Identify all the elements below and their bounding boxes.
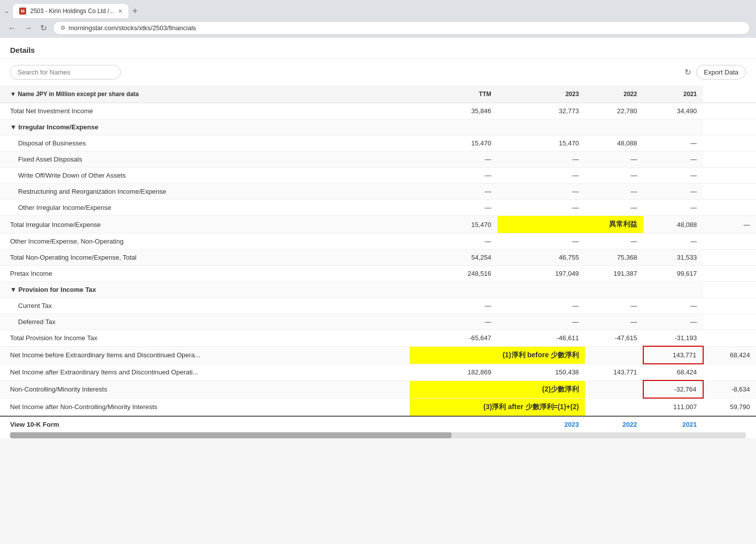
table-row: ▼ Provision for Income Tax — [0, 282, 756, 298]
row-label: Non-Controlling/Minority Interests — [0, 380, 410, 398]
row-label: Write Off/Write Down of Other Assets — [0, 168, 410, 184]
row-value-TTM: -65,647 — [410, 330, 497, 347]
toolbar: ↻ Export Data — [0, 59, 756, 86]
row-value-2021 — [643, 282, 703, 298]
row-value-2021: 68,424 — [703, 346, 756, 364]
row-value-2022 — [585, 119, 643, 135]
row-value-2023: 15,470 — [497, 135, 585, 151]
address-bar: ← → ↻ ⚙ morningstar.com/stocks/xtks/2503… — [0, 18, 756, 38]
tab-bar: ⌄ M 2503 - Kirin Holdings Co Ltd /... × … — [0, 0, 756, 18]
row-label: Net Income before Extraordinary Items an… — [0, 346, 410, 364]
footer-2021-link[interactable]: 2021 — [643, 416, 703, 432]
url-security-icon: ⚙ — [60, 25, 65, 31]
row-label: Other Irregular Income/Expense — [0, 200, 410, 216]
row-value-2021: 31,533 — [643, 250, 703, 266]
row-label: Total Non-Operating Income/Expense, Tota… — [0, 250, 410, 266]
row-label: Other Income/Expense, Non-Operating — [0, 234, 410, 250]
row-label: Total Irregular Income/Expense — [0, 216, 410, 234]
col-header-2023: 2023 — [497, 86, 585, 103]
row-value-TTM: — — [410, 234, 497, 250]
row-value-2021: -8,634 — [703, 380, 756, 398]
tab-extras-icon: ⌄ — [4, 8, 9, 15]
tab-title: 2503 - Kirin Holdings Co Ltd /... — [30, 8, 114, 15]
row-value-2021: 68,424 — [643, 364, 703, 380]
row-label: Total Net Investment Income — [0, 103, 410, 119]
row-label: Pretax Income — [0, 266, 410, 282]
table-row: Deferred Tax———— — [0, 314, 756, 330]
row-value-2022: — — [585, 314, 643, 330]
row-value-2023: — — [497, 298, 585, 314]
export-button[interactable]: Export Data — [696, 65, 746, 80]
row-value-TTM — [410, 282, 497, 298]
row-value-2023: — — [497, 168, 585, 184]
browser-chrome: ⌄ M 2503 - Kirin Holdings Co Ltd /... × … — [0, 0, 756, 38]
row-value-2021: — — [703, 216, 756, 234]
search-input[interactable] — [10, 65, 121, 80]
row-value-2022: — — [585, 298, 643, 314]
url-text: morningstar.com/stocks/xtks/2503/financi… — [68, 24, 196, 32]
url-bar[interactable]: ⚙ morningstar.com/stocks/xtks/2503/finan… — [53, 21, 750, 35]
row-value-TTM: 54,254 — [410, 250, 497, 266]
horizontal-scrollbar-thumb[interactable] — [10, 432, 451, 438]
tab-extras: ⌄ — [4, 8, 9, 15]
row-value-2023 — [497, 119, 585, 135]
row-value-2023: — — [497, 151, 585, 168]
toolbar-right: ↻ Export Data — [685, 65, 746, 80]
row-value-TTM: 15,470 — [410, 216, 497, 234]
row-value-2022: — — [585, 168, 643, 184]
row-value-2022: 48,088 — [585, 135, 643, 151]
row-value-2022: 22,780 — [585, 103, 643, 119]
row-label: Net Income after Non-Controlling/Minorit… — [0, 398, 410, 416]
row-label: Disposal of Businesses — [0, 135, 410, 151]
row-value-2023: 32,773 — [497, 103, 585, 119]
row-value-2023 — [585, 380, 643, 398]
footer-label: View 10-K Form — [0, 416, 410, 432]
reload-button[interactable]: ↻ — [38, 22, 49, 34]
row-value-2023: -46,611 — [497, 330, 585, 347]
row-value-TTM: 35,846 — [410, 103, 497, 119]
row-value-TTM: — — [410, 184, 497, 200]
row-label: Current Tax — [0, 298, 410, 314]
table-row: Total Non-Operating Income/Expense, Tota… — [0, 250, 756, 266]
active-tab[interactable]: M 2503 - Kirin Holdings Co Ltd /... × — [13, 4, 128, 18]
table-row: Net Income before Extraordinary Items an… — [0, 346, 756, 364]
row-value-2023: — — [497, 200, 585, 216]
row-value-2021: — — [643, 314, 703, 330]
tab-close-button[interactable]: × — [118, 7, 122, 15]
footer-2022-link[interactable]: 2022 — [585, 416, 643, 432]
row-value-2022: — — [585, 200, 643, 216]
row-value-TTM: — — [410, 298, 497, 314]
row-value-2022: — — [585, 151, 643, 168]
row-value-2022 — [585, 282, 643, 298]
col-header-ttm: TTM — [410, 86, 497, 103]
row-value-2023 — [585, 346, 643, 364]
horizontal-scrollbar[interactable] — [10, 432, 746, 438]
col-header-2021: 2021 — [643, 86, 703, 103]
row-value-2022: 191,387 — [585, 266, 643, 282]
row-value-TTM: — — [410, 151, 497, 168]
table-row: Pretax Income248,516197,049191,38799,617 — [0, 266, 756, 282]
row-value-2022: 111,007 — [643, 398, 703, 416]
row-label: Deferred Tax — [0, 314, 410, 330]
row-value-2021: — — [643, 151, 703, 168]
row-value-2021: — — [643, 135, 703, 151]
table-row: Net Income after Non-Controlling/Minorit… — [0, 398, 756, 416]
new-tab-button[interactable]: + — [128, 6, 142, 17]
row-value-TTM: — — [410, 200, 497, 216]
table-row: Total Provision for Income Tax-65,647-46… — [0, 330, 756, 347]
row-value-TTM: — — [410, 314, 497, 330]
row-value-2022: — — [585, 234, 643, 250]
page-content: Details ↻ Export Data ▼ Name JPY in Mill… — [0, 38, 756, 438]
row-value-2021: — — [643, 298, 703, 314]
details-header: Details — [0, 38, 756, 59]
footer-2023-link[interactable]: 2023 — [497, 416, 585, 432]
row-value-TTM: (1)淨利 before 少數淨利 — [410, 346, 585, 364]
row-value-2023: — — [497, 314, 585, 330]
row-value-TTM: (3)淨利 after 少數淨利=(1)+(2) — [410, 398, 585, 416]
refresh-button[interactable]: ↻ — [685, 67, 691, 77]
row-label: Restructuring and Reorganization Income/… — [0, 184, 410, 200]
row-value-2022: 143,771 — [585, 364, 643, 380]
forward-button[interactable]: → — [22, 23, 34, 34]
back-button[interactable]: ← — [6, 23, 18, 34]
row-value-2023: 197,049 — [497, 266, 585, 282]
